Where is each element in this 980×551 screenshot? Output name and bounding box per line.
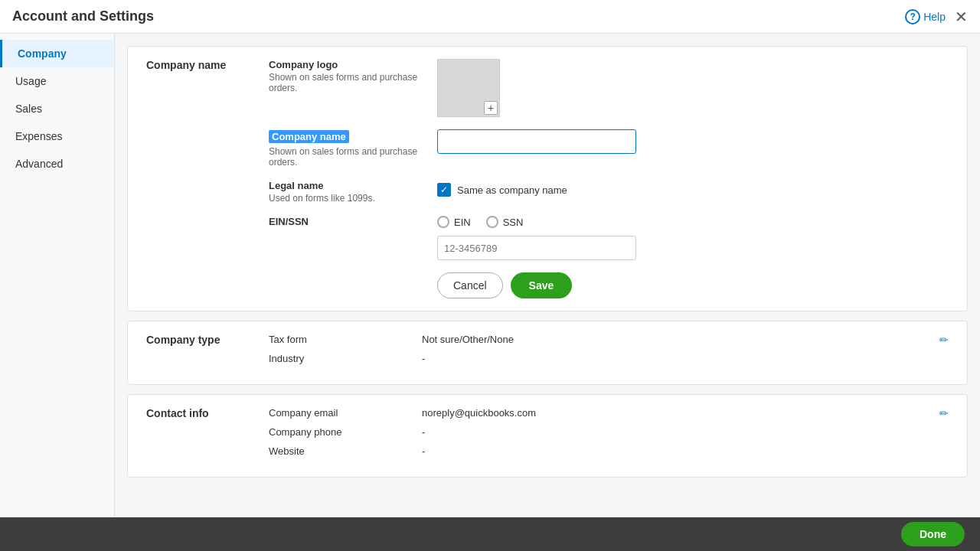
sidebar-item-expenses[interactable]: Expenses (0, 122, 114, 150)
logo-field-row: Company logo Shown on sales forms and pu… (269, 59, 949, 117)
legal-name-field-label: Legal name (269, 180, 437, 191)
tax-form-row: Tax form Not sure/Other/None (269, 334, 927, 345)
contact-info-section: Contact info Company email noreply@quick… (127, 394, 968, 478)
ein-radio-label: EIN (454, 217, 471, 228)
header: Account and Settings ? Help ✕ (0, 0, 980, 34)
close-button[interactable]: ✕ (955, 9, 968, 24)
company-type-content: Company type Tax form Not sure/Other/Non… (146, 334, 927, 372)
sidebar-item-advanced[interactable]: Advanced (0, 150, 114, 178)
ssn-radio-label: SSN (503, 217, 524, 228)
ein-ssn-field-row: EIN/SSN EIN SSN (269, 216, 949, 260)
main-layout: Company Usage Sales Expenses Advanced Co… (0, 34, 980, 517)
same-as-company-label: Same as company name (457, 184, 567, 196)
company-name-input-wrap (437, 129, 949, 154)
company-name-section-label: Company name (146, 59, 269, 71)
company-type-section: Company type Tax form Not sure/Other/Non… (127, 321, 968, 385)
company-name-label-wrap: Company name (269, 129, 437, 145)
ein-ssn-radio-group: EIN SSN (437, 216, 949, 228)
footer: Done (0, 517, 980, 551)
phone-value: - (422, 426, 425, 438)
phone-row: Company phone - (269, 426, 927, 438)
email-value: noreply@quickbooks.com (422, 407, 536, 419)
ein-ssn-input[interactable] (437, 236, 636, 260)
tax-form-label: Tax form (269, 334, 422, 345)
company-name-field-label: Company name (269, 130, 349, 143)
contact-info-body: Company email noreply@quickbooks.com Com… (269, 407, 927, 465)
sidebar-item-usage[interactable]: Usage (0, 67, 114, 95)
company-name-input[interactable] (437, 129, 636, 154)
company-name-field-row: Company name Shown on sales forms and pu… (269, 129, 949, 168)
ssn-radio-button[interactable] (486, 216, 498, 228)
ssn-radio-item[interactable]: SSN (486, 216, 524, 228)
contact-info-section-label: Contact info (146, 407, 269, 419)
industry-label: Industry (269, 353, 422, 364)
ein-ssn-control: EIN SSN (437, 216, 949, 260)
legal-name-control: ✓ Same as company name (437, 180, 949, 197)
same-as-company-row: ✓ Same as company name (437, 183, 949, 197)
logo-field-desc: Shown on sales forms and purchase orders… (269, 72, 437, 93)
company-type-section-label: Company type (146, 334, 269, 346)
page-title: Account and Settings (12, 8, 154, 24)
logo-field-label: Company logo (269, 59, 437, 70)
company-type-body: Tax form Not sure/Other/None Industry - (269, 334, 927, 372)
same-as-company-checkbox[interactable]: ✓ (437, 183, 451, 197)
ein-ssn-field-label: EIN/SSN (269, 216, 437, 227)
company-type-edit-icon[interactable]: ✏ (939, 334, 949, 346)
save-button[interactable]: Save (511, 272, 573, 298)
website-label: Website (269, 445, 422, 457)
company-type-inner: Company type Tax form Not sure/Other/Non… (146, 334, 949, 372)
legal-name-field-row: Legal name Used on forms like 1099s. ✓ S… (269, 180, 949, 204)
cancel-button[interactable]: Cancel (437, 272, 503, 298)
ein-radio-button[interactable] (437, 216, 449, 228)
email-row: Company email noreply@quickbooks.com (269, 407, 927, 419)
company-name-field-info: Company name Shown on sales forms and pu… (269, 129, 437, 168)
website-row: Website - (269, 445, 927, 457)
logo-add-button[interactable]: + (484, 101, 498, 115)
sidebar: Company Usage Sales Expenses Advanced (0, 34, 115, 517)
done-button[interactable]: Done (901, 522, 965, 546)
website-value: - (422, 445, 425, 457)
checkmark-icon: ✓ (440, 185, 448, 194)
logo-box[interactable]: + (437, 59, 500, 117)
help-button[interactable]: ? Help (905, 9, 946, 24)
company-name-section: Company name Company logo Shown on sales… (127, 46, 968, 311)
industry-row: Industry - (269, 353, 927, 364)
logo-field-info: Company logo Shown on sales forms and pu… (269, 59, 437, 93)
contact-info-inner: Contact info Company email noreply@quick… (146, 407, 949, 465)
content-area: Company name Company logo Shown on sales… (115, 34, 980, 517)
logo-control: + (437, 59, 949, 117)
help-icon: ? (905, 9, 920, 24)
legal-name-field-desc: Used on forms like 1099s. (269, 193, 437, 204)
industry-value: - (422, 353, 425, 364)
header-actions: ? Help ✕ (905, 9, 968, 24)
sidebar-item-company[interactable]: Company (0, 40, 114, 67)
contact-info-edit-icon[interactable]: ✏ (939, 407, 949, 419)
legal-name-field-info: Legal name Used on forms like 1099s. (269, 180, 437, 204)
company-name-fields: Company logo Shown on sales forms and pu… (269, 59, 949, 298)
phone-label: Company phone (269, 426, 422, 438)
tax-form-value: Not sure/Other/None (422, 334, 514, 345)
sidebar-item-sales[interactable]: Sales (0, 95, 114, 122)
ein-ssn-field-info: EIN/SSN (269, 216, 437, 229)
help-label: Help (923, 11, 946, 23)
action-buttons: Cancel Save (437, 272, 949, 298)
ein-radio-item[interactable]: EIN (437, 216, 471, 228)
email-label: Company email (269, 407, 422, 419)
company-name-field-desc: Shown on sales forms and purchase orders… (269, 146, 437, 168)
contact-info-content: Contact info Company email noreply@quick… (146, 407, 927, 465)
